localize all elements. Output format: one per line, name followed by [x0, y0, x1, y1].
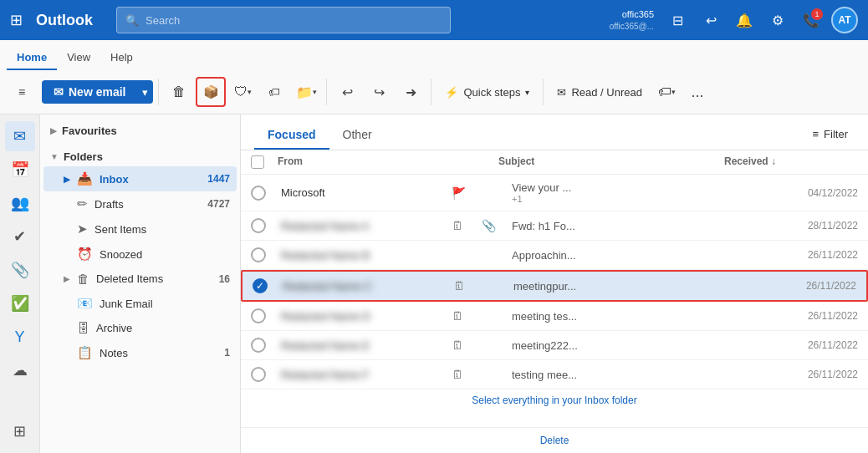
forward-button[interactable]: ➜ [396, 77, 426, 107]
search-bar[interactable]: 🔍 Search [116, 7, 451, 33]
date-cell: 26/11/2022 [758, 339, 858, 351]
tag-button[interactable]: 🏷 ▾ [652, 77, 682, 107]
delete-action-button[interactable]: Delete [530, 431, 580, 450]
settings-icon[interactable]: ⚙ [764, 7, 791, 33]
delete-button[interactable]: 🗑 [164, 77, 194, 107]
select-all-link[interactable]: Select everything in your Inbox folder [241, 389, 868, 411]
redo2-button[interactable]: ↪ [364, 77, 394, 107]
row-checkbox[interactable] [251, 186, 266, 201]
row-checkbox[interactable] [251, 247, 266, 262]
email-table-header: From Subject Received ↓ [241, 150, 868, 175]
new-email-split-button[interactable]: ✉ New email ▾ [42, 80, 153, 104]
attach-nav-icon[interactable]: 📎 [5, 255, 35, 285]
undo-button[interactable]: ↩ [332, 77, 362, 107]
tab-view[interactable]: View [57, 46, 100, 70]
new-email-dropdown[interactable]: ▾ [137, 80, 153, 104]
from-cell: Redacted Name F [281, 369, 448, 381]
row-checkbox[interactable] [251, 218, 266, 233]
ribbon: Home View Help ≡ ✉ New email ▾ 🗑 📦 🛡 ▾ [0, 40, 868, 115]
tasks-nav-icon[interactable]: ✔ [5, 221, 35, 252]
from-cell: Redacted Name E [281, 339, 448, 352]
row-checkbox[interactable] [251, 308, 266, 323]
new-email-button[interactable]: ✉ New email [42, 80, 137, 104]
favourites-section[interactable]: ▶ Favourites [40, 121, 240, 140]
todo-nav-icon[interactable]: ✅ [5, 288, 35, 318]
subject-cell: testing mee... [512, 369, 754, 381]
tab-other[interactable]: Other [329, 121, 385, 150]
inbox-icon: 📥 [77, 171, 93, 186]
reply-icon[interactable]: ↩ [697, 7, 724, 33]
archive-nav-icon: 🗄 [77, 321, 89, 335]
content-header: Focused Other ≡ Filter [241, 115, 868, 150]
sent-icon: ➤ [77, 221, 88, 237]
date-cell: 26/11/2022 [758, 310, 858, 322]
sidebar-item-deleted[interactable]: ▶ 🗑 Deleted Items 16 [43, 267, 237, 291]
quick-steps-button[interactable]: ⚡ Quick steps ▾ [437, 77, 538, 107]
chevron-right-icon: ▶ [50, 126, 57, 135]
bell-icon[interactable]: 🔔 [731, 7, 758, 33]
bottom-actions: Delete [241, 427, 868, 453]
more-button[interactable]: ... [684, 79, 711, 105]
row-checkbox[interactable] [251, 338, 266, 353]
sidebar-item-archive[interactable]: 🗄 Archive [43, 316, 237, 340]
calendar-icon: 🗓 [452, 309, 478, 323]
board-icon[interactable]: ⊟ [664, 7, 691, 33]
search-icon: 🔍 [125, 14, 139, 27]
date-cell: 26/11/2022 [758, 249, 858, 261]
select-all-header [251, 155, 278, 169]
top-bar: ⊞ Outlook 🔍 Search offic365 offic365@...… [0, 0, 868, 40]
calendar-icon: 🗓 [453, 279, 480, 293]
main-layout: ✉ 📅 👥 ✔ 📎 ✅ Y ☁ ⊞ ▶ Favourites ▼ Folders… [0, 115, 868, 453]
shield-icon: 🛡 [234, 84, 248, 99]
divider-3 [431, 79, 431, 105]
sidebar-item-junk[interactable]: 📧 Junk Email [43, 291, 237, 316]
sidebar-item-drafts[interactable]: ✏ Drafts 4727 [43, 191, 237, 216]
tab-home[interactable]: Home [7, 46, 57, 70]
calendar-icon: 🗓 [452, 338, 478, 352]
table-row[interactable]: Redacted Name D 🗓 meeting tes... 26/11/2… [241, 302, 868, 331]
table-row[interactable]: ✓ Redacted Name C 🗓 meetingpur... 26/11/… [241, 270, 868, 302]
archive-button[interactable]: 📦 [196, 77, 226, 107]
row-checkbox[interactable]: ✓ [253, 278, 268, 293]
attach-col-header [472, 155, 498, 169]
tab-help[interactable]: Help [100, 46, 143, 70]
table-row[interactable]: Redacted Name F 🗓 testing mee... 26/11/2… [241, 360, 868, 389]
select-all-checkbox[interactable] [251, 155, 264, 169]
calendar-nav-icon[interactable]: 📅 [5, 155, 35, 185]
ribbon-commands: ≡ ✉ New email ▾ 🗑 📦 🛡 ▾ 🏷 [0, 70, 868, 114]
hamburger-icon[interactable]: ≡ [7, 77, 37, 107]
folders-section[interactable]: ▼ Folders [40, 147, 240, 166]
table-row[interactable]: Redacted Name E 🗓 meeting222... 26/11/20… [241, 331, 868, 360]
move-button[interactable]: 📁 ▾ [291, 77, 321, 107]
app-name: Outlook [36, 12, 93, 29]
delete-icon: 🗑 [172, 84, 186, 99]
attach-icon: 📎 [482, 219, 508, 232]
sidebar-item-sent[interactable]: ➤ Sent Items [43, 216, 237, 242]
shield-button[interactable]: 🛡 ▾ [227, 77, 258, 107]
sidebar-item-notes[interactable]: 📋 Notes 1 [43, 340, 237, 365]
from-cell: Redacted Name A [281, 220, 448, 232]
drafts-icon: ✏ [77, 196, 88, 211]
people-nav-icon[interactable]: 👥 [5, 188, 35, 218]
date-cell: 04/12/2022 [758, 187, 858, 199]
read-unread-button[interactable]: ✉ Read / Unread [549, 77, 651, 107]
sidebar-item-snoozed[interactable]: ⏰ Snoozed [43, 242, 237, 267]
tag-chevron: ▾ [671, 88, 676, 96]
phone-icon[interactable]: 📞 1 [798, 7, 825, 33]
avatar[interactable]: AT [831, 7, 858, 33]
sidebar-item-inbox[interactable]: ▶ 📥 Inbox 1447 [43, 166, 237, 191]
filter-button[interactable]: ≡ Filter [806, 125, 855, 144]
table-row[interactable]: Redacted Name B Approachin... 26/11/2022 [241, 241, 868, 270]
chevron-right-icon: ▶ [64, 274, 70, 283]
table-row[interactable]: Redacted Name A 🗓 📎 Fwd: h1 Fo... 28/11/… [241, 211, 868, 241]
tab-focused[interactable]: Focused [254, 121, 329, 150]
divider-1 [158, 79, 159, 105]
cloud-nav-icon[interactable]: ☁ [5, 355, 35, 385]
flag-button[interactable]: 🏷 [259, 77, 289, 107]
mail-nav-icon[interactable]: ✉ [5, 121, 35, 151]
waffle-icon[interactable]: ⊞ [10, 11, 23, 29]
table-row[interactable]: Microsoft 🚩 View your ... +1 04/12/2022 [241, 175, 868, 211]
apps-nav-icon[interactable]: ⊞ [5, 416, 35, 446]
row-checkbox[interactable] [251, 367, 266, 382]
yammer-nav-icon[interactable]: Y [5, 322, 35, 352]
